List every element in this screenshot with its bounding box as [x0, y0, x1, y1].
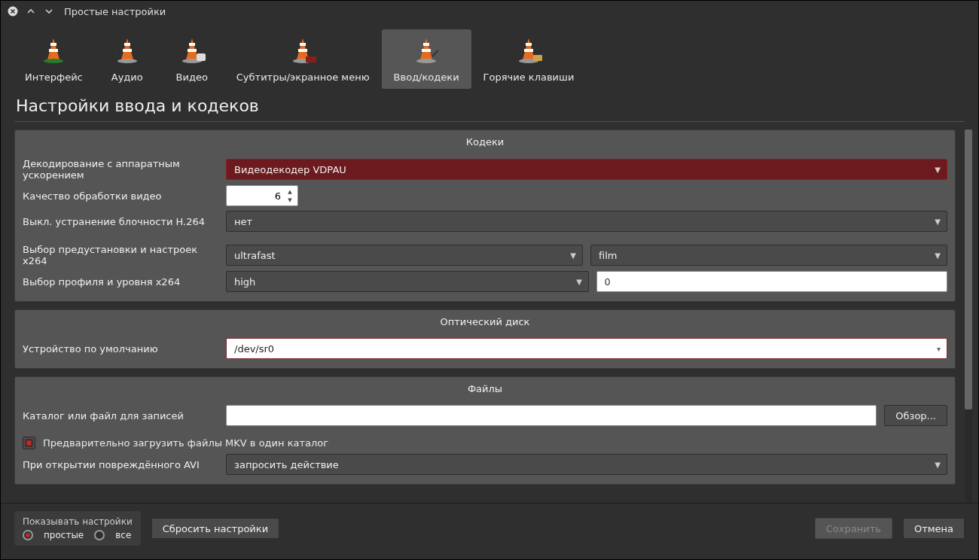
skip-loop-label: Выкл. устранение блочности H.264: [23, 216, 218, 227]
group-files: Файлы Каталог или файл для записей Обзор…: [14, 376, 956, 485]
svg-rect-11: [300, 43, 306, 46]
arrow-up-icon[interactable]: [25, 5, 37, 17]
svg-rect-10: [197, 53, 206, 61]
svg-rect-12: [298, 49, 307, 52]
page-title: Настройки ввода и кодеков: [1, 89, 978, 121]
reset-button[interactable]: Сбросить настройки: [151, 518, 279, 539]
arrow-down-icon[interactable]: [43, 5, 55, 17]
post-quality-value: 6: [275, 190, 281, 202]
category-tabs: Интерфейс Аудио Видео Субтитры/экранное …: [1, 22, 978, 89]
radio-all-label: все: [115, 530, 131, 540]
titlebar: Простые настройки: [1, 1, 978, 22]
tab-interface[interactable]: Интерфейс: [13, 29, 95, 89]
save-button[interactable]: Сохранить: [815, 518, 892, 539]
skip-loop-select[interactable]: нет ▼: [226, 211, 947, 232]
scroll-content: Кодеки Декодирование с аппаратным ускоре…: [14, 129, 963, 503]
chevron-down-icon: ▾: [937, 345, 941, 353]
x264-preset-select[interactable]: ultrafast ▼: [226, 245, 583, 266]
optical-device-value: /dev/sr0: [234, 343, 274, 355]
cancel-button-label: Отмена: [914, 523, 953, 534]
radio-all[interactable]: [94, 530, 105, 540]
browse-button-label: Обзор...: [895, 410, 936, 422]
chevron-down-icon: ▼: [935, 461, 941, 469]
tab-video[interactable]: Видео: [160, 29, 224, 89]
tab-hotkeys-label: Горячие клавиши: [483, 72, 575, 83]
scrollbar-thumb[interactable]: [965, 129, 972, 409]
reset-button-label: Сбросить настройки: [163, 523, 268, 534]
svg-rect-15: [423, 43, 429, 46]
record-dir-value[interactable]: [234, 410, 868, 422]
x264-level-input[interactable]: [596, 271, 947, 292]
cone-audio-icon: [111, 34, 144, 67]
skip-loop-value: нет: [234, 216, 252, 227]
cone-input-icon: [410, 34, 443, 67]
svg-rect-5: [123, 49, 132, 52]
footer: Показывать настройки простые все Сбросит…: [1, 503, 978, 559]
damaged-avi-select[interactable]: запросить действие ▼: [226, 454, 947, 475]
svg-rect-4: [124, 43, 130, 46]
chevron-down-icon: ▼: [935, 251, 941, 260]
group-codecs-title: Кодеки: [23, 130, 947, 154]
svg-rect-8: [188, 49, 197, 52]
svg-rect-21: [533, 55, 542, 61]
x264-profile-select[interactable]: high ▼: [226, 271, 589, 292]
tab-hotkeys[interactable]: Горячие клавиши: [471, 29, 587, 89]
svg-rect-18: [526, 43, 532, 46]
tab-video-label: Видео: [176, 72, 208, 83]
x264-preset-label: Выбор предустановки и настроек x264: [23, 244, 218, 266]
spin-up-icon[interactable]: ▲: [284, 187, 296, 196]
spin-controls: ▲ ▼: [284, 187, 296, 204]
svg-point-6: [117, 59, 137, 63]
x264-level-value[interactable]: [605, 276, 939, 288]
svg-rect-7: [189, 43, 195, 46]
x264-profile-value: high: [234, 276, 255, 288]
record-dir-input[interactable]: [226, 405, 877, 426]
browse-button[interactable]: Обзор...: [884, 405, 947, 426]
record-dir-label: Каталог или файл для записей: [23, 410, 218, 422]
chevron-down-icon: ▼: [576, 278, 582, 286]
cancel-button[interactable]: Отмена: [903, 518, 965, 539]
optical-device-combo[interactable]: /dev/sr0 ▾: [226, 338, 947, 359]
tab-interface-label: Интерфейс: [25, 72, 83, 83]
optical-device-label: Устройство по умолчанию: [23, 343, 218, 355]
damaged-avi-label: При открытии повреждённого AVI: [23, 459, 218, 470]
hw-decode-select[interactable]: Видеодекодер VDPAU ▼: [226, 159, 947, 180]
x264-tune-value: film: [599, 250, 617, 261]
svg-rect-2: [49, 49, 58, 52]
tab-audio[interactable]: Аудио: [95, 29, 160, 89]
close-icon[interactable]: [7, 5, 19, 17]
show-settings-group: Показывать настройки простые все: [14, 511, 141, 546]
x264-tune-select[interactable]: film ▼: [590, 245, 947, 266]
hw-decode-label: Декодирование с аппаратным ускорением: [23, 158, 218, 181]
cone-interface-icon: [37, 34, 70, 67]
svg-rect-16: [422, 49, 431, 52]
tab-subtitles[interactable]: Субтитры/экранное меню: [224, 29, 382, 89]
svg-rect-1: [50, 43, 56, 46]
vertical-scrollbar[interactable]: [965, 129, 972, 503]
show-settings-label: Показывать настройки: [23, 516, 133, 527]
tab-audio-label: Аудио: [111, 72, 143, 83]
x264-preset-value: ultrafast: [234, 250, 276, 261]
post-quality-spinbox[interactable]: 6 ▲ ▼: [226, 185, 298, 206]
svg-point-3: [44, 59, 63, 63]
svg-rect-19: [524, 49, 533, 52]
preferences-window: Простые настройки Интерфейс Аудио Видео …: [0, 0, 979, 560]
spin-down-icon[interactable]: ▼: [284, 196, 296, 204]
group-files-title: Файлы: [23, 377, 947, 400]
group-optical: Оптический диск Устройство по умолчанию …: [14, 309, 956, 369]
post-quality-label: Качество обработки видео: [23, 190, 218, 202]
hw-decode-value: Видеодекодер VDPAU: [234, 164, 346, 175]
preload-mkv-checkbox[interactable]: [23, 437, 35, 449]
content-area: Кодеки Декодирование с аппаратным ускоре…: [1, 129, 978, 503]
cone-video-icon: [175, 34, 209, 67]
damaged-avi-value: запросить действие: [234, 459, 339, 470]
tab-input-codecs[interactable]: Ввод/кодеки: [382, 29, 471, 89]
svg-point-17: [416, 59, 436, 63]
radio-simple[interactable]: [23, 530, 33, 540]
tab-subtitles-label: Субтитры/экранное меню: [236, 72, 370, 83]
x264-profile-label: Выбор профиля и уровня x264: [23, 276, 218, 288]
cone-hotkeys-icon: [512, 34, 545, 67]
chevron-down-icon: ▼: [570, 251, 576, 260]
save-button-label: Сохранить: [826, 523, 881, 534]
divider: [14, 121, 965, 122]
